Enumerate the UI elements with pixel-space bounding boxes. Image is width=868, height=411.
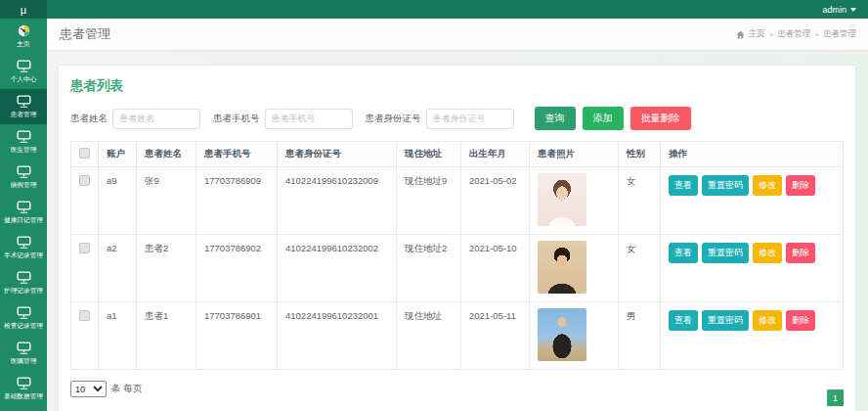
cell-gender: 女 [619,235,661,302]
monitor-icon [17,306,31,319]
reset-password-button[interactable]: 重置密码 [702,243,749,263]
monitor-icon [17,95,31,108]
cell-gender: 女 [619,167,661,235]
reset-password-button[interactable]: 重置密码 [702,310,749,331]
sidebar-item-2[interactable]: 患者管理 [0,89,47,124]
cell-photo [530,302,619,370]
view-button[interactable]: 查看 [669,310,698,331]
search-input-2[interactable] [426,109,514,129]
monitor-icon [17,377,31,389]
table-row: a1患者117703786901410224199610232001现住地址20… [71,302,844,370]
breadcrumb-item-0[interactable]: 主页 [749,28,765,40]
cell-actions: 查看重置密码修改删除 [661,167,844,235]
cell-account: a1 [99,302,137,370]
cell-photo [530,235,619,302]
column-header: 患者照片 [530,142,619,167]
select-all-checkbox[interactable] [79,148,90,159]
patient-list-panel: 患者列表 患者姓名患者手机号患者身份证号查询添加批量删除 账户患者姓名患者手机号… [59,66,855,411]
batch-delete-button[interactable]: 批量删除 [630,107,691,130]
table-row: a2患者217703786902410224199610232002现住地址22… [71,235,844,302]
female-portrait-photo [538,173,586,226]
cell-account: a2 [99,235,137,302]
monitor-icon [17,130,31,143]
pagination: 10 条 每页 1 [70,381,844,406]
sidebar-item-0[interactable]: 主页 [0,19,47,54]
search-input-0[interactable] [112,109,200,129]
cell-address: 现住地址9 [397,167,461,235]
sidebar-item-9[interactable]: 医嘱管理 [0,336,47,371]
male-portrait-photo [538,241,586,294]
sidebar-item-label: 医嘱管理 [11,356,37,366]
cell-actions: 查看重置密码修改删除 [661,235,844,302]
delete-button[interactable]: 删除 [786,310,815,331]
outdoor-portrait-photo [538,308,586,361]
search-input-1[interactable] [265,109,353,129]
table-header-row: 账户患者姓名患者手机号患者身份证号现住地址出生年月患者照片性别操作 [71,142,844,167]
breadcrumb-item-1[interactable]: 患者管理 [777,28,810,40]
panel-title: 患者列表 [70,77,844,95]
monitor-icon [17,60,31,72]
monitor-icon [17,236,31,249]
per-page-label: 条 每页 [111,383,142,395]
sidebar-item-3[interactable]: 医生管理 [0,124,47,160]
sidebar-item-7[interactable]: 护理记录管理 [0,265,47,300]
sidebar-item-label: 基础数据管理 [4,391,43,401]
search-field-label-1: 患者手机号 [213,113,260,125]
patient-table: 账户患者姓名患者手机号患者身份证号现住地址出生年月患者照片性别操作 a9张917… [70,141,844,370]
page-header: 患者管理 主页>患者管理>患者管理 [47,19,868,51]
column-header: 患者手机号 [196,142,278,167]
column-header: 账户 [99,142,137,167]
sidebar-item-1[interactable]: 个人中心 [0,54,47,89]
sidebar-item-5[interactable]: 健康日记管理 [0,195,47,230]
monitor-icon [17,165,31,178]
view-button[interactable]: 查看 [669,243,698,263]
cell-id-card: 410224199610232001 [278,302,397,370]
add-button[interactable]: 添加 [583,107,624,130]
caret-down-icon [850,8,856,12]
cell-address: 现住地址 [397,302,461,370]
breadcrumb: 主页>患者管理>患者管理 [736,28,856,40]
row-checkbox[interactable] [79,243,90,253]
cell-phone: 17703786902 [196,235,278,302]
page-number-button[interactable]: 1 [827,389,844,406]
search-field-label-2: 患者身份证号 [366,113,421,125]
sidebar-item-label: 主页 [17,39,29,49]
edit-button[interactable]: 修改 [753,175,782,196]
user-menu[interactable]: admin [822,5,868,15]
cell-id-card: 410224199610232002 [278,235,397,302]
column-header: 患者身份证号 [278,142,397,167]
topbar: μ admin [0,0,868,19]
query-button[interactable]: 查询 [535,107,576,130]
monitor-icon [17,271,31,284]
sidebar-item-label: 患者管理 [11,110,37,119]
sidebar-item-6[interactable]: 手术记录管理 [0,230,47,265]
edit-button[interactable]: 修改 [753,243,782,263]
row-checkbox[interactable] [79,175,90,186]
sidebar-item-label: 医生管理 [11,145,37,155]
content-body: 患者列表 患者姓名患者手机号患者身份证号查询添加批量删除 账户患者姓名患者手机号… [47,66,868,411]
delete-button[interactable]: 删除 [786,175,815,196]
cell-birth: 2021-05-10 [461,235,530,302]
cell-photo [530,167,619,235]
sidebar-item-8[interactable]: 检查记录管理 [0,300,47,336]
search-field-label-0: 患者姓名 [70,113,108,125]
sidebar-item-label: 手术记录管理 [4,251,43,260]
sidebar-item-4[interactable]: 病例管理 [0,160,47,195]
breadcrumb-item-2[interactable]: 患者管理 [823,28,856,40]
sidebar-item-10[interactable]: 基础数据管理 [0,371,47,406]
home-icon [736,30,745,39]
row-checkbox[interactable] [79,310,90,321]
dashboard-icon [18,24,30,37]
cell-phone: 17703786909 [196,167,278,235]
cell-birth: 2021-05-11 [461,302,530,370]
cell-name: 患者2 [137,235,196,302]
cell-name: 张9 [137,167,196,235]
reset-password-button[interactable]: 重置密码 [702,175,749,196]
delete-button[interactable]: 删除 [786,243,815,263]
app-logo[interactable]: μ [0,0,47,19]
page-size-select[interactable]: 10 [70,381,107,397]
view-button[interactable]: 查看 [669,175,698,196]
cell-address: 现住地址2 [397,235,461,302]
edit-button[interactable]: 修改 [753,310,782,331]
cell-gender: 男 [619,302,661,370]
